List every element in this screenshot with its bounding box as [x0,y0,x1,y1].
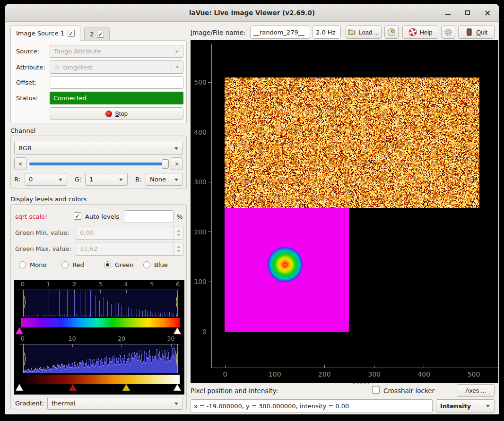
hist-tick-label [23,290,23,293]
quit-button[interactable]: Quit [458,26,495,39]
radio-green[interactable] [104,261,111,268]
titlebar[interactable]: laVue: Live Image Viewer (v2.69.0) × [5,4,499,22]
gradient-combobox[interactable]: thermal [47,397,183,410]
hist-tick-label [49,290,49,293]
axis-tick-label [424,365,424,368]
auto-levels-label: Auto levels [85,213,119,220]
radio-blue-label: Blue [154,261,168,268]
source-label: Source: [16,48,39,55]
hist2-marker-3[interactable] [122,384,130,391]
pixel-position-value[interactable]: x = -19.000000, y = 300.000000, intensit… [191,399,433,412]
hist-tick-label: 10 [68,335,76,342]
axis-tick-label [324,365,325,368]
axis-tick-label [208,132,211,132]
hist1-marker-max[interactable] [173,327,182,335]
display-mode-combobox[interactable]: Intensity [436,399,495,412]
axis-tick-label: 200 [315,370,334,378]
channel-mode-combobox[interactable]: RGB [14,142,183,155]
tab-1-label: Image Source 1 [16,30,64,37]
help-button[interactable]: Help [402,26,438,39]
maximize-button[interactable] [461,7,474,19]
hist2-marker-2[interactable] [69,384,77,391]
hist-tick-label: 20 [118,335,126,342]
app-window: laVue: Live Image Viewer (v2.69.0) × Ima… [5,4,499,414]
axis-tick-label: 300 [365,370,384,378]
stop-icon [105,111,112,117]
radio-blue[interactable] [143,261,150,268]
tab-2-checkbox[interactable]: ✓ [97,31,104,38]
chevron-down-icon [174,179,178,181]
clock-icon [387,28,396,36]
tab-2-label: 2 [90,31,94,38]
percent-label: % [177,213,182,220]
spin-buttons[interactable] [174,226,183,239]
radio-red[interactable] [61,261,69,268]
auto-levels-percent-input[interactable] [124,210,174,223]
g-channel-label: G: [75,176,81,183]
max-value-spinbox[interactable]: 31,62 [76,242,183,256]
offset-input[interactable] [50,76,183,89]
hist1-marker-min[interactable] [15,327,24,335]
hist-tick-label: 0 [21,335,25,342]
hist-tick-label [178,290,178,293]
channel-prev-button[interactable]: < [14,157,26,170]
r-channel-label: R: [14,176,20,183]
chevron-down-icon [119,179,123,181]
channel-slider[interactable] [29,157,168,170]
channel-next-button[interactable]: > [171,157,183,170]
slider-handle[interactable] [162,159,169,169]
settings-button[interactable] [441,26,455,39]
hist2-marker-4[interactable] [173,384,182,391]
exit-door-icon [465,28,473,36]
g-channel-combobox[interactable]: 1 [85,173,128,186]
radio-mono-label: Mono [30,261,46,268]
stop-button[interactable]: Stop [50,107,183,120]
histogram-widget[interactable]: 01234560102030 [14,280,184,395]
auto-levels-checkbox[interactable]: ✓ [74,212,81,220]
hist1-plot[interactable] [23,290,178,317]
max-value-label: Green Max. value: [15,245,71,252]
main-plot[interactable]: 01002003004005000100200300400500 [191,40,498,383]
b-channel-combobox[interactable]: None [146,173,183,186]
hist-tick-label: 2 [72,281,76,288]
source-combobox[interactable]: Tango Attribute [50,45,183,58]
spot-image[interactable] [225,208,349,332]
splitter-handle[interactable]: ••••• [352,381,371,386]
hist2-marker-1[interactable] [15,384,24,391]
attribute-dropdown-section[interactable] [172,61,183,73]
spin-buttons[interactable] [174,242,183,255]
hist1-gradient-bar[interactable] [21,318,180,327]
hist-tick-label: 0 [21,281,25,288]
attribute-label: Attribute: [16,64,45,71]
radio-mono[interactable] [19,261,26,268]
r-channel-combobox[interactable]: 0 [25,173,67,186]
axis-tick-label [474,365,474,368]
min-value-label: Green Min. value: [15,229,70,236]
status-badge: Connected [50,92,183,104]
hist2-plot[interactable] [23,344,178,373]
axis-tick-label: 400 [415,370,434,378]
tab-image-source-2[interactable]: 2 ✓ [84,27,110,41]
axis-tick-label: 100 [191,278,207,285]
chevron-down-icon [175,66,179,69]
axis-tick-label: 400 [191,129,207,136]
noise-image[interactable] [225,77,479,208]
attribute-combobox[interactable]: ☆ tangotest [50,60,183,74]
hist2-gradient-bar[interactable] [21,375,180,384]
crosshair-locker-checkbox[interactable]: ✓ [372,386,380,394]
image-file-name-input[interactable]: __random_279__ [250,26,310,39]
timer-button[interactable] [384,26,399,39]
star-icon: ☆ [54,63,60,71]
tab-image-source-1[interactable]: Image Source 1 ✓ [10,26,80,41]
load-button[interactable]: Load ... [346,26,382,39]
spin-up-icon [177,246,181,248]
minimize-button[interactable] [442,7,454,19]
min-value-spinbox[interactable]: 0,00 [76,226,183,240]
tab-1-checkbox[interactable]: ✓ [68,30,75,37]
spin-down-icon [177,250,181,252]
hist-tick-label [171,344,172,347]
refresh-rate-input[interactable]: 2.0 Hz [313,26,341,39]
axis-tick-label [208,232,211,232]
close-button[interactable]: × [481,7,494,19]
axes-button[interactable]: Axes ... [457,384,495,397]
